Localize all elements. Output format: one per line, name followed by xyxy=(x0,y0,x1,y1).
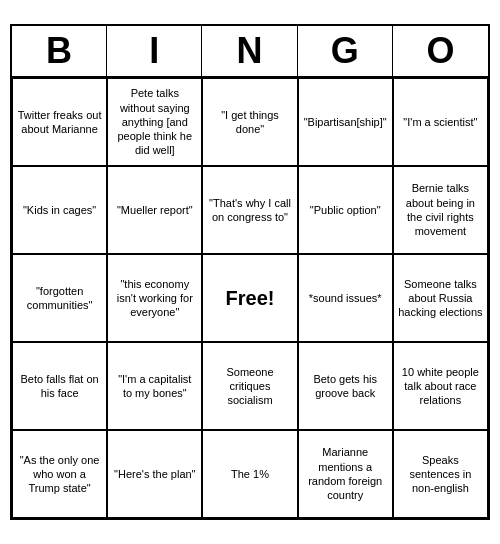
bingo-cell-16: "I'm a capitalist to my bones" xyxy=(107,342,202,430)
bingo-letter-o: O xyxy=(393,26,488,76)
bingo-cell-13: *sound issues* xyxy=(298,254,393,342)
bingo-header: BINGO xyxy=(12,26,488,78)
bingo-cell-9: Bernie talks about being in the civil ri… xyxy=(393,166,488,254)
bingo-cell-4: "I'm a scientist" xyxy=(393,78,488,166)
bingo-cell-7: "That's why I call on congress to" xyxy=(202,166,297,254)
bingo-cell-3: "Bipartisan[ship]" xyxy=(298,78,393,166)
bingo-cell-5: "Kids in cages" xyxy=(12,166,107,254)
bingo-card: BINGO Twitter freaks out about MarianneP… xyxy=(10,24,490,520)
bingo-cell-2: "I get things done" xyxy=(202,78,297,166)
bingo-cell-6: "Mueller report" xyxy=(107,166,202,254)
bingo-cell-0: Twitter freaks out about Marianne xyxy=(12,78,107,166)
bingo-cell-15: Beto falls flat on his face xyxy=(12,342,107,430)
bingo-cell-18: Beto gets his groove back xyxy=(298,342,393,430)
bingo-cell-12: Free! xyxy=(202,254,297,342)
bingo-cell-24: Speaks sentences in non-english xyxy=(393,430,488,518)
bingo-letter-b: B xyxy=(12,26,107,76)
bingo-cell-8: "Public option" xyxy=(298,166,393,254)
bingo-cell-11: "this economy isn't working for everyone… xyxy=(107,254,202,342)
bingo-cell-17: Someone critiques socialism xyxy=(202,342,297,430)
bingo-cell-1: Pete talks without saying anything [and … xyxy=(107,78,202,166)
bingo-cell-23: Marianne mentions a random foreign count… xyxy=(298,430,393,518)
bingo-letter-n: N xyxy=(202,26,297,76)
bingo-grid: Twitter freaks out about MariannePete ta… xyxy=(12,78,488,518)
bingo-cell-21: "Here's the plan" xyxy=(107,430,202,518)
bingo-cell-19: 10 white people talk about race relation… xyxy=(393,342,488,430)
bingo-cell-22: The 1% xyxy=(202,430,297,518)
bingo-letter-i: I xyxy=(107,26,202,76)
bingo-cell-10: "forgotten communities" xyxy=(12,254,107,342)
bingo-letter-g: G xyxy=(298,26,393,76)
bingo-cell-14: Someone talks about Russia hacking elect… xyxy=(393,254,488,342)
bingo-cell-20: "As the only one who won a Trump state" xyxy=(12,430,107,518)
